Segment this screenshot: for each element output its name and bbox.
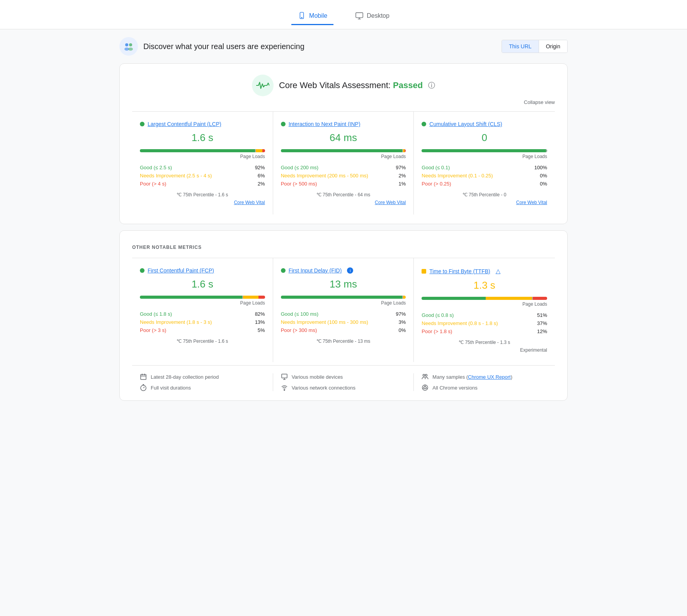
inp-value: 64 ms: [281, 132, 406, 144]
lcp-bar-poor: [262, 149, 265, 152]
cls-needs-label: Needs Improvement (0.1 - 0.25): [422, 173, 493, 179]
inp-dot: [281, 122, 286, 126]
cls-good-row: Good (≤ 0.1) 100%: [422, 165, 547, 170]
origin-button[interactable]: Origin: [539, 40, 567, 53]
fcp-dot: [140, 268, 145, 273]
cwv-card: Core Web Vitals Assessment: Passed ⓘ Col…: [119, 63, 568, 224]
other-metrics-grid: First Contentful Paint (FCP) 1.6 s Page …: [132, 258, 555, 362]
ttfb-bar-poor: [532, 297, 547, 300]
svg-point-22: [425, 374, 427, 376]
other-metrics-label: OTHER NOTABLE METRICS: [132, 245, 555, 250]
calendar-icon: [140, 373, 147, 380]
cls-cwv-link[interactable]: Core Web Vital: [422, 200, 547, 205]
lcp-poor-pct: 2%: [258, 181, 265, 187]
inp-needs-label: Needs Improvement (200 ms - 500 ms): [281, 173, 368, 179]
page-title: Discover what your real users are experi…: [143, 42, 304, 51]
inp-bar: [281, 149, 406, 152]
inp-good-pct: 97%: [396, 165, 406, 170]
ttfb-poor-row: Poor (> 1.8 s) 12%: [422, 328, 547, 334]
desktop-icon: [355, 12, 364, 20]
svg-point-6: [129, 43, 132, 46]
inp-label[interactable]: Interaction to Next Paint (INP): [281, 121, 406, 127]
ttfb-good-pct: 51%: [537, 312, 547, 318]
fid-bar-good: [281, 296, 402, 299]
fid-page-loads: Page Loads: [281, 300, 406, 306]
fcp-poor-row: Poor (> 3 s) 5%: [140, 327, 265, 333]
fcp-value: 1.6 s: [140, 278, 265, 290]
header-row: Discover what your real users are experi…: [119, 37, 568, 56]
fcp-poor-label: Poor (> 3 s): [140, 327, 166, 333]
fcp-bar: [140, 296, 265, 299]
ttfb-percentile: ℃ 75th Percentile - 1.3 s: [422, 340, 547, 345]
assessment-title: Core Web Vitals Assessment: Passed: [279, 80, 423, 90]
fcp-label[interactable]: First Contentful Paint (FCP): [140, 267, 265, 274]
cls-poor-pct: 0%: [540, 181, 547, 187]
fcp-needs-pct: 13%: [255, 319, 265, 325]
cls-percentile: ℃ 75th Percentile - 0: [422, 192, 547, 197]
fcp-poor-pct: 5%: [258, 327, 265, 333]
users-icon: [123, 41, 134, 52]
inp-bar-good: [281, 149, 402, 152]
assessment-info-icon[interactable]: ⓘ: [428, 81, 435, 90]
metric-lcp: Largest Contentful Paint (LCP) 1.6 s Pag…: [132, 112, 273, 214]
inp-cwv-link[interactable]: Core Web Vital: [281, 200, 406, 205]
cls-bar-good: [422, 149, 547, 152]
fid-percentile: ℃ 75th Percentile - 13 ms: [281, 339, 406, 344]
lcp-poor-row: Poor (> 4 s) 2%: [140, 181, 265, 187]
fid-good-label: Good (≤ 100 ms): [281, 311, 318, 317]
fid-dot: [281, 268, 286, 273]
lcp-needs-pct: 6%: [258, 173, 265, 179]
lcp-marker: [255, 149, 256, 152]
lcp-percentile: ℃ 75th Percentile - 1.6 s: [140, 192, 265, 197]
lcp-poor-label: Poor (> 4 s): [140, 181, 166, 187]
inp-poor-pct: 1%: [399, 181, 406, 187]
lcp-dot: [140, 122, 145, 126]
fid-label[interactable]: First Input Delay (FID) i: [281, 267, 406, 274]
svg-point-5: [125, 43, 128, 46]
footer-row: Latest 28-day collection period Full vis…: [132, 365, 555, 391]
lcp-bar: [140, 149, 265, 152]
this-url-button[interactable]: This URL: [502, 40, 539, 53]
cls-bar: [422, 149, 547, 152]
fcp-bar-poor: [258, 296, 265, 299]
many-samples-text: Many samples (Chrome UX Report): [432, 374, 512, 380]
tab-desktop[interactable]: Desktop: [349, 8, 396, 25]
lcp-good-row: Good (≤ 2.5 s) 92%: [140, 165, 265, 170]
mobile-devices-text: Various mobile devices: [292, 374, 343, 380]
full-visit-text: Full visit durations: [151, 385, 191, 391]
svg-point-20: [284, 390, 285, 391]
ttfb-marker: [532, 297, 533, 300]
tab-mobile[interactable]: Mobile: [291, 8, 333, 25]
fcp-bar-good: [140, 296, 242, 299]
ttfb-poor-pct: 12%: [537, 328, 547, 334]
fcp-marker: [242, 296, 243, 299]
cls-page-loads: Page Loads: [422, 154, 547, 159]
cls-label-text: Cumulative Layout Shift (CLS): [429, 121, 502, 127]
footer-col-3: Many samples (Chrome UX Report) All Chro…: [414, 373, 555, 391]
fcp-good-label: Good (≤ 1.8 s): [140, 311, 172, 317]
mobile-icon: [298, 12, 306, 20]
ttfb-good-label: Good (≤ 0.8 s): [422, 312, 454, 318]
inp-good-row: Good (≤ 200 ms) 97%: [281, 165, 406, 170]
cls-good-label: Good (≤ 0.1): [422, 165, 450, 170]
lcp-label[interactable]: Largest Contentful Paint (LCP): [140, 121, 265, 127]
fid-info-badge[interactable]: i: [347, 267, 353, 274]
lcp-cwv-link[interactable]: Core Web Vital: [140, 200, 265, 205]
lcp-value: 1.6 s: [140, 132, 265, 144]
cls-label[interactable]: Cumulative Layout Shift (CLS): [422, 121, 547, 127]
chrome-ux-report-link[interactable]: Chrome UX Report: [468, 374, 511, 380]
collapse-link[interactable]: Collapse view: [132, 99, 555, 105]
fcp-percentile: ℃ 75th Percentile - 1.6 s: [140, 339, 265, 344]
cls-good-pct: 100%: [534, 165, 547, 170]
ttfb-exp-icon: △: [496, 267, 500, 275]
ttfb-label-text: Time to First Byte (TTFB): [429, 268, 490, 274]
fid-poor-pct: 0%: [399, 327, 406, 333]
svg-point-8: [128, 48, 133, 51]
footer-full-visit: Full visit durations: [140, 384, 265, 391]
svg-point-1: [301, 17, 302, 18]
lcp-needs-label: Needs Improvement (2.5 s - 4 s): [140, 173, 212, 179]
ttfb-bar: [422, 297, 547, 300]
ttfb-label[interactable]: Time to First Byte (TTFB) △: [422, 267, 547, 275]
fid-label-text: First Input Delay (FID): [289, 267, 342, 274]
lcp-bar-good: [140, 149, 255, 152]
